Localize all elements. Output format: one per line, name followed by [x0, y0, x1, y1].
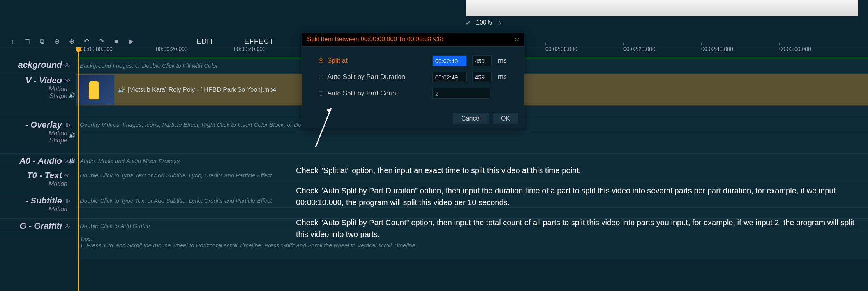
track-label-background[interactable]: ackground👁 — [0, 58, 76, 73]
split-dialog: Split Item Between 00:00:00.000 To 00:05… — [302, 33, 524, 130]
clip-speaker-icon[interactable]: 🔊 — [117, 86, 125, 93]
tool-play-icon[interactable]: ▶ — [127, 38, 135, 46]
timeline-tick: 00:00:20.000 — [156, 46, 188, 52]
timeline-tick: 00:00:00.000 — [81, 46, 113, 52]
track-labels: ackground👁 V - Video👁 Motion Shape 🔊 - O… — [0, 58, 76, 233]
preview-zoom-label[interactable]: 100% — [476, 19, 492, 26]
playhead-line — [78, 49, 79, 291]
cancel-button[interactable]: Cancel — [453, 113, 489, 124]
dialog-titlebar[interactable]: Split Item Between 00:00:00.000 To 00:05… — [302, 33, 524, 47]
tool-undo-icon[interactable]: ↶ — [83, 38, 90, 46]
eye-icon[interactable]: 👁 — [64, 78, 71, 84]
timeline-tick: 00:00:40.000 — [234, 46, 266, 52]
timeline-tick: 00:02:00.000 — [545, 46, 577, 52]
preview-expand-icon[interactable]: ⤢ — [466, 19, 471, 26]
auto-duration-radio[interactable] — [319, 75, 323, 79]
tool-redo-icon[interactable]: ↷ — [97, 38, 105, 46]
ok-button[interactable]: OK — [493, 113, 518, 124]
video-clip[interactable]: 🔊 [Vietsub Kara] Roly Poly - [ HPBD Park… — [76, 74, 276, 105]
annotation-text: Check "Split at" option, then input an e… — [296, 165, 868, 249]
auto-count-radio[interactable] — [319, 91, 323, 96]
auto-count-label[interactable]: Auto Split by Part Count — [327, 89, 429, 97]
timeline-tick: 00:02:40.000 — [701, 46, 733, 52]
preview-play-icon[interactable]: ▷ — [498, 19, 502, 26]
speaker-icon[interactable]: 🔊 — [69, 132, 75, 138]
preview-thumbnail — [466, 0, 858, 16]
track-label-audio[interactable]: A0 - Audio👁 🔊 — [0, 154, 76, 168]
tool-select-icon[interactable]: ▢ — [23, 38, 31, 46]
toolbar-effect-button[interactable]: EFFECT — [244, 37, 274, 46]
speaker-icon[interactable]: 🔊 — [69, 92, 75, 98]
eye-icon[interactable]: 👁 — [64, 198, 71, 205]
track-placeholder: Double Click to Type Text or Add Subtitl… — [80, 172, 272, 179]
annotation-p2: Check "Auto Split by Part Duraiton" opti… — [296, 185, 868, 208]
ms-label: ms — [498, 73, 507, 81]
auto-duration-row: Auto Split by Part Duration ms — [319, 72, 513, 82]
split-at-label[interactable]: Split at — [327, 57, 429, 65]
track-label-text[interactable]: T0 - Text👁 Motion — [0, 168, 76, 193]
annotation-p3: Check "Auto Split by Part Count" option,… — [296, 217, 868, 240]
close-icon[interactable]: × — [515, 36, 519, 44]
eye-icon[interactable]: 👁 — [64, 173, 71, 179]
timeline-tick: 00:03:00.000 — [779, 46, 811, 52]
eye-icon[interactable]: 👁 — [64, 223, 71, 230]
split-at-ms-input[interactable] — [472, 55, 492, 66]
tool-stop-icon[interactable]: ■ — [112, 38, 120, 46]
annotation-p1: Check "Split at" option, then input an e… — [296, 165, 868, 176]
split-at-time-input[interactable] — [432, 55, 467, 66]
tool-split-icon[interactable]: ⧉ — [38, 38, 46, 46]
track-placeholder: Double Click to Add Graffiti — [80, 223, 150, 229]
eye-icon[interactable]: 👁 — [64, 122, 71, 129]
track-label-graffiti[interactable]: G - Graffiti👁 — [0, 219, 76, 233]
clip-thumbnail — [76, 75, 114, 105]
clip-filename: [Vietsub Kara] Roly Poly - [ HPBD Park S… — [128, 86, 276, 93]
toolbar-edit-button[interactable]: EDIT — [196, 37, 214, 46]
auto-duration-ms-input[interactable] — [472, 72, 492, 82]
dialog-title-text: Split Item Between 00:00:00.000 To 00:05… — [307, 36, 443, 44]
tool-move-icon[interactable]: ↕ — [9, 38, 16, 46]
auto-count-row: Auto Split by Part Count — [319, 88, 513, 99]
track-placeholder: Double Click to Type Text or Add Subtitl… — [80, 197, 272, 204]
split-at-radio[interactable] — [319, 58, 323, 63]
eye-icon[interactable]: 👁 — [64, 62, 71, 69]
tool-zoomout-icon[interactable]: ⊖ — [53, 38, 61, 46]
track-placeholder: Background Images, or Double Click to Fi… — [80, 62, 218, 69]
auto-duration-label[interactable]: Auto Split by Part Duration — [327, 73, 429, 81]
track-label-subtitle[interactable]: - Subtitle👁 Motion — [0, 193, 76, 219]
track-placeholder: Audio, Music and Audio Mixer Projects — [80, 158, 180, 164]
auto-duration-time-input[interactable] — [432, 72, 467, 82]
speaker-icon[interactable]: 🔊 — [69, 158, 75, 164]
auto-count-input[interactable] — [432, 88, 490, 99]
preview-controls: ⤢ 100% ▷ — [466, 19, 502, 26]
tool-zoomin-icon[interactable]: ⊕ — [68, 38, 76, 46]
track-label-video[interactable]: V - Video👁 Motion Shape 🔊 — [0, 73, 76, 117]
track-overlay-motion[interactable] — [76, 132, 868, 154]
split-at-row: Split at ms — [319, 55, 513, 66]
track-label-overlay[interactable]: - Overlay👁 Motion Shape 🔊 — [0, 117, 76, 154]
timeline-tick: 00:02:20.000 — [623, 46, 655, 52]
ms-label: ms — [498, 57, 507, 65]
